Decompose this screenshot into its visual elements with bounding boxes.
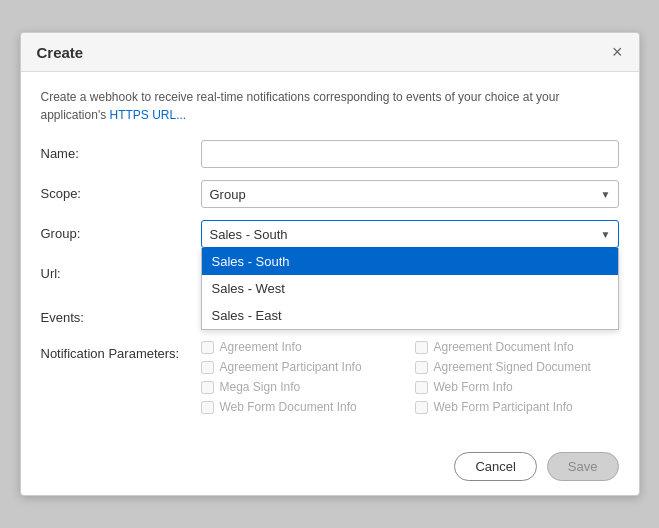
list-item: Web Form Info (415, 380, 619, 394)
agreement-document-info-label: Agreement Document Info (434, 340, 574, 354)
web-form-document-info-checkbox[interactable] (201, 401, 214, 414)
url-label: Url: (41, 260, 201, 281)
group-select[interactable]: Sales - South Sales - West Sales - East (201, 220, 619, 248)
dropdown-item-east[interactable]: Sales - East (202, 302, 618, 329)
dialog-footer: Cancel Save (21, 442, 639, 495)
name-input[interactable] (201, 140, 619, 168)
list-item: Agreement Document Info (415, 340, 619, 354)
web-form-info-checkbox[interactable] (415, 381, 428, 394)
dialog-title: Create (37, 44, 84, 61)
scope-select-wrapper: Group ▼ (201, 180, 619, 208)
notification-params-grid: Agreement Info Agreement Document Info A… (201, 340, 619, 414)
name-label: Name: (41, 140, 201, 161)
agreement-info-label: Agreement Info (220, 340, 302, 354)
dialog-header: Create × (21, 33, 639, 72)
agreement-participant-info-checkbox[interactable] (201, 361, 214, 374)
notification-params-row: Notification Parameters: Agreement Info … (41, 340, 619, 414)
group-row: Group: Sales - South Sales - West Sales … (41, 220, 619, 248)
dropdown-item-west[interactable]: Sales - West (202, 275, 618, 302)
agreement-participant-info-label: Agreement Participant Info (220, 360, 362, 374)
create-dialog: Create × Create a webhook to receive rea… (20, 32, 640, 496)
list-item: Web Form Document Info (201, 400, 405, 414)
save-button[interactable]: Save (547, 452, 619, 481)
group-select-wrapper: Sales - South Sales - West Sales - East … (201, 220, 619, 248)
agreement-info-checkbox[interactable] (201, 341, 214, 354)
close-button[interactable]: × (612, 43, 623, 61)
dialog-body: Create a webhook to receive real-time no… (21, 72, 639, 442)
list-item: Agreement Participant Info (201, 360, 405, 374)
scope-select[interactable]: Group (201, 180, 619, 208)
list-item: Agreement Info (201, 340, 405, 354)
web-form-info-label: Web Form Info (434, 380, 513, 394)
list-item: Agreement Signed Document (415, 360, 619, 374)
description-text: Create a webhook to receive real-time no… (41, 88, 619, 124)
name-row: Name: (41, 140, 619, 168)
mega-sign-info-checkbox[interactable] (201, 381, 214, 394)
cancel-button[interactable]: Cancel (454, 452, 536, 481)
https-link[interactable]: HTTPS URL... (110, 108, 187, 122)
group-label: Group: (41, 220, 201, 241)
dropdown-item-south[interactable]: Sales - South (202, 248, 618, 275)
notification-params-label: Notification Parameters: (41, 340, 201, 361)
web-form-participant-info-label: Web Form Participant Info (434, 400, 573, 414)
scope-label: Scope: (41, 180, 201, 201)
scope-row: Scope: Group ▼ (41, 180, 619, 208)
web-form-document-info-label: Web Form Document Info (220, 400, 357, 414)
group-dropdown-menu: Sales - South Sales - West Sales - East (201, 248, 619, 330)
list-item: Mega Sign Info (201, 380, 405, 394)
events-label: Events: (41, 304, 201, 325)
agreement-signed-document-checkbox[interactable] (415, 361, 428, 374)
agreement-signed-document-label: Agreement Signed Document (434, 360, 591, 374)
web-form-participant-info-checkbox[interactable] (415, 401, 428, 414)
agreement-document-info-checkbox[interactable] (415, 341, 428, 354)
mega-sign-info-label: Mega Sign Info (220, 380, 301, 394)
list-item: Web Form Participant Info (415, 400, 619, 414)
